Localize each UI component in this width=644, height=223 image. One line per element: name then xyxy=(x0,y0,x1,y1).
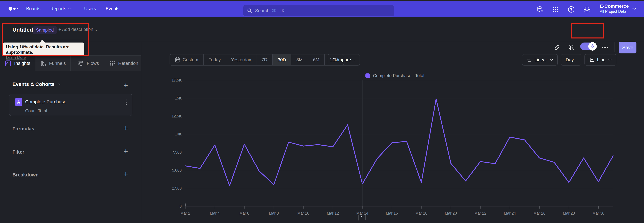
nav-item-label: Reports xyxy=(50,6,66,12)
tab-label: Insights xyxy=(14,61,30,66)
lightning-bolt-icon xyxy=(590,44,595,49)
range-3m[interactable]: 3M xyxy=(291,54,308,65)
events-cohorts-label: Events & Cohorts xyxy=(12,81,55,87)
tab-label: Funnels xyxy=(49,61,66,66)
x-axis-label: Mar 18 xyxy=(416,211,428,215)
breakdown-label: Breakdown xyxy=(12,172,38,178)
chart-series-line[interactable] xyxy=(185,99,613,185)
scale-dropdown[interactable]: Linear xyxy=(522,54,558,66)
tab-retention[interactable]: Retention xyxy=(106,55,142,71)
add-filter-button[interactable]: + xyxy=(122,147,130,155)
events-cohorts-header[interactable]: Events & Cohorts xyxy=(12,81,62,87)
x-axis-label: Mar 26 xyxy=(533,211,546,215)
range-30d[interactable]: 30D xyxy=(273,54,292,65)
x-axis-label: Mar 10 xyxy=(297,211,310,215)
interval-dropdown[interactable]: Day xyxy=(561,54,581,66)
x-axis-label: Mar 24 xyxy=(504,211,516,215)
report-title[interactable]: Untitled xyxy=(12,27,33,33)
help-icon[interactable]: ? xyxy=(568,6,575,13)
nav-item-users[interactable]: Users xyxy=(84,1,96,17)
settings-gear-icon[interactable] xyxy=(583,6,591,13)
add-breakdown-button[interactable]: + xyxy=(122,170,130,178)
x-axis-label: Mar 30 xyxy=(592,211,604,215)
calendar-icon xyxy=(175,57,180,63)
data-management-icon[interactable] xyxy=(537,6,544,13)
scale-label: Linear xyxy=(534,57,547,62)
y-axis-label: 12.5K xyxy=(172,114,182,118)
duplicate-icon[interactable] xyxy=(568,43,576,51)
x-axis-label: Mar 20 xyxy=(445,211,457,215)
formulas-label: Formulas xyxy=(12,126,34,132)
y-axis-label: 15K xyxy=(175,96,182,100)
learn-more-link[interactable]: Learn More xyxy=(6,55,26,60)
add-event-button[interactable]: + xyxy=(122,81,130,89)
mixpanel-insights-page: Boards Reports Users Events Search ⌘ + K xyxy=(0,0,644,223)
linear-scale-icon xyxy=(527,57,532,63)
y-axis-label: 10K xyxy=(175,132,182,136)
chevron-down-icon xyxy=(354,59,355,61)
line-chart[interactable]: 02,5005,0007,50010K12.5K15K17.5KMar 2Mar… xyxy=(168,76,624,216)
filter-label: Filter xyxy=(12,149,24,155)
compare-dropdown[interactable]: Compare xyxy=(328,54,360,66)
x-axis-label: Mar 4 xyxy=(210,211,220,215)
tooltip-text: Using 10% of data. Results are approxima… xyxy=(6,44,81,55)
x-axis-label: Mar 28 xyxy=(563,211,575,215)
nav-item-reports[interactable]: Reports xyxy=(50,1,72,17)
more-icon[interactable] xyxy=(602,46,610,49)
range-7d[interactable]: 7D xyxy=(256,54,273,65)
toggle-knob xyxy=(588,42,597,51)
y-axis-label: 5,000 xyxy=(172,168,182,172)
series-letter-badge: A xyxy=(15,98,22,106)
range-today[interactable]: Today xyxy=(204,54,226,65)
add-formula-button[interactable]: + xyxy=(122,124,130,132)
y-axis-label: 0 xyxy=(180,204,182,208)
event-aggregation[interactable]: Count Total xyxy=(25,108,47,114)
search-placeholder: Search ⌘ + K xyxy=(255,8,284,14)
add-description-field[interactable]: + Add description... xyxy=(58,27,97,32)
copy-link-icon[interactable] xyxy=(553,43,561,51)
x-axis-label: Mar 6 xyxy=(239,211,249,215)
top-nav-bar: Boards Reports Users Events Search ⌘ + K xyxy=(0,1,644,17)
insights-icon xyxy=(5,60,12,67)
event-name[interactable]: Complete Purchase xyxy=(25,99,66,104)
save-button[interactable]: Save xyxy=(619,42,636,53)
event-options-icon[interactable] xyxy=(123,98,130,106)
line-chart-icon xyxy=(589,57,594,63)
apps-grid-icon[interactable] xyxy=(552,6,559,13)
interval-label: Day xyxy=(566,57,574,62)
range-custom[interactable]: Custom xyxy=(170,54,204,65)
nav-item-events[interactable]: Events xyxy=(106,1,120,17)
chevron-down-icon xyxy=(68,8,72,10)
chevron-down-icon xyxy=(550,59,553,61)
y-axis-label: 2,500 xyxy=(172,186,182,190)
nav-item-label: Events xyxy=(106,6,120,12)
sampling-tooltip: Using 10% of data. Results are approxima… xyxy=(3,43,84,56)
event-card-complete-purchase[interactable]: A Complete Purchase Count Total xyxy=(9,94,132,116)
y-axis-label: 7,500 xyxy=(172,150,182,154)
x-axis-label: Mar 8 xyxy=(269,211,279,215)
chevron-down-icon xyxy=(608,59,612,61)
pagination-page-1[interactable]: 1 xyxy=(358,214,366,221)
range-6m[interactable]: 6M xyxy=(308,54,325,65)
nav-item-boards[interactable]: Boards xyxy=(26,1,40,17)
chevron-down-icon[interactable] xyxy=(632,8,636,10)
tooltip-caret xyxy=(40,40,45,43)
y-axis-label: 17.5K xyxy=(172,78,182,82)
search-icon xyxy=(247,8,252,14)
compare-label: Compare xyxy=(332,57,351,62)
mixpanel-logo-icon[interactable] xyxy=(8,5,20,13)
svg-text:?: ? xyxy=(570,8,572,12)
flows-icon xyxy=(78,60,84,67)
x-axis-label: Mar 2 xyxy=(180,211,190,215)
chart-type-dropdown[interactable]: Line xyxy=(584,54,616,66)
query-builder-sidebar: Insights Funnels Flows xyxy=(0,42,142,223)
date-range-control: Custom Today Yesterday 7D 30D 3M 6M 12M xyxy=(170,54,344,66)
report-toolbar: Untitled Sampled + Add description... xyxy=(0,17,644,42)
sampling-toggle[interactable] xyxy=(580,43,596,50)
range-yesterday[interactable]: Yesterday xyxy=(226,54,256,65)
tab-label: Retention xyxy=(118,61,138,66)
tab-label: Flows xyxy=(87,61,99,66)
sampled-badge[interactable]: Sampled xyxy=(33,26,57,34)
retention-icon xyxy=(109,60,116,67)
search-input[interactable]: Search ⌘ + K xyxy=(243,5,394,17)
